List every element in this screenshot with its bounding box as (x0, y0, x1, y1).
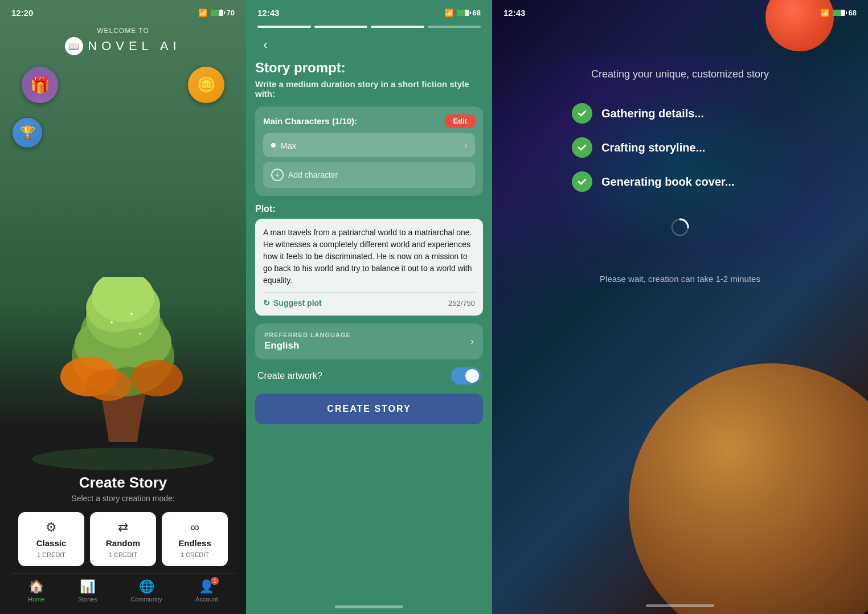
gift-icon[interactable]: 🎁 (22, 67, 58, 103)
plot-box: A man travels from a patriarchal world t… (255, 219, 483, 316)
battery-pct-panel1: 70 (227, 9, 235, 17)
prog-seg-3 (371, 26, 424, 28)
classic-mode-icon: ⚙ (46, 520, 57, 535)
home-tab-icon: 🏠 (28, 579, 44, 594)
lang-label: PREFERRED LANGUAGE (264, 331, 351, 338)
checkmark-icon (576, 108, 588, 119)
logo-text: NOVEL AI (88, 39, 181, 54)
plot-footer: ↻ Suggest plot 252/750 (263, 292, 475, 308)
endless-mode-icon: ∞ (190, 520, 199, 535)
mode-cards-container: ⚙ Classic 1 CREDIT ⇄ Random 1 CREDIT ∞ E… (11, 512, 235, 566)
create-story-sub: Select a story creation mode: (11, 494, 235, 503)
stories-tab-label: Stories (78, 596, 97, 603)
random-mode-icon: ⇄ (118, 520, 128, 535)
tab-community[interactable]: 🌐 Community (130, 579, 162, 603)
char-count: 252/750 (448, 299, 475, 308)
wifi-icon-p2: 📶 (444, 9, 453, 17)
back-button[interactable]: ‹ (255, 35, 276, 55)
battery-fill-panel1 (211, 10, 219, 16)
random-mode-name: Random (106, 538, 140, 548)
refresh-icon: ↻ (263, 298, 270, 308)
tab-home[interactable]: 🏠 Home (28, 579, 44, 603)
form-content: Story prompt: Write a medium duration st… (246, 60, 492, 605)
battery-fill-panel2 (457, 10, 465, 16)
character-item-max[interactable]: Max › (263, 133, 475, 157)
loading-spinner (670, 217, 690, 238)
coin-icon[interactable]: 🪙 (188, 67, 224, 103)
characters-title: Main Characters (1/10): (263, 116, 357, 126)
svg-point-13 (130, 313, 133, 315)
artwork-label: Create artwork? (257, 371, 322, 381)
trophy-icon[interactable]: 🏆 (13, 118, 42, 148)
tab-account[interactable]: 👤 1 Account (195, 579, 218, 603)
svg-point-0 (32, 448, 214, 470)
generating-content: Creating your unique, customized story G… (492, 0, 868, 614)
spinner-area (670, 217, 690, 240)
tab-stories[interactable]: 📊 Stories (78, 579, 97, 603)
prog-seg-1 (257, 26, 311, 28)
artwork-toggle[interactable] (451, 367, 481, 384)
svg-point-11 (86, 369, 132, 401)
battery-pct-panel2: 68 (473, 9, 481, 17)
home-indicator-p3 (646, 604, 714, 607)
creating-text: Creating your unique, customized story (591, 68, 769, 80)
tab-bar: 🏠 Home 📊 Stories 🌐 Community 👤 1 Account (11, 573, 235, 614)
account-badge: 1 (211, 577, 219, 585)
bottom-section: Create Story Select a story creation mod… (0, 465, 246, 614)
lang-arrow-icon: › (470, 335, 474, 347)
wifi-icon: 📶 (198, 9, 207, 17)
characters-header: Main Characters (1/10): Edit (263, 114, 475, 128)
mode-card-random[interactable]: ⇄ Random 1 CREDIT (90, 512, 156, 566)
checkmark-icon-2 (576, 142, 588, 153)
battery-icon-panel1 (211, 10, 223, 16)
plot-section: Plot: A man travels from a patriarchal w… (255, 204, 483, 316)
statusbar-panel2: 12:43 📶 68 (246, 0, 492, 21)
step-crafting-label: Crafting storyline... (601, 141, 705, 154)
community-tab-icon: 🌐 (139, 579, 154, 594)
time-panel2: 12:43 (257, 8, 279, 18)
welcome-text: WELCOME TO (65, 27, 181, 35)
statusbar-right-panel1: 📶 70 (198, 9, 235, 17)
story-prompt-sub: Write a medium duration story in a short… (255, 79, 483, 99)
story-prompt-title: Story prompt: (255, 60, 483, 76)
mode-card-classic[interactable]: ⚙ Classic 1 CREDIT (18, 512, 84, 566)
step-crafting: Crafting storyline... (572, 137, 788, 158)
char-name-text: Max (280, 141, 296, 150)
characters-section: Main Characters (1/10): Edit Max › + Add… (255, 107, 483, 196)
step-generating-label: Generating book cover... (601, 175, 734, 189)
add-char-text: Add character (288, 170, 338, 179)
add-character-button[interactable]: + Add character (263, 162, 475, 188)
step-generating-icon (572, 171, 592, 192)
step-gathering-label: Gathering details... (601, 107, 704, 120)
lang-left: PREFERRED LANGUAGE English (264, 331, 351, 351)
char-arrow-icon: › (464, 140, 467, 150)
account-tab-label: Account (195, 596, 218, 603)
panel-story-form: 12:43 📶 68 ‹ Story prompt: Write a mediu… (246, 0, 492, 614)
endless-mode-credit: 1 CREDIT (181, 551, 209, 558)
create-story-button[interactable]: CREATE STORY (255, 394, 483, 424)
stories-tab-icon: 📊 (80, 579, 95, 594)
panel-create-story: 12:20 📶 70 WELCOME TO 📖 NOVEL AI 🎁 🪙 🏆 (0, 0, 246, 614)
language-selector[interactable]: PREFERRED LANGUAGE English › (255, 324, 483, 359)
prog-seg-2 (314, 26, 368, 28)
endless-mode-name: Endless (178, 538, 211, 548)
time-panel1: 12:20 (11, 8, 33, 18)
svg-point-10 (132, 360, 183, 396)
suggest-plot-button[interactable]: ↻ Suggest plot (263, 298, 322, 308)
mode-card-endless[interactable]: ∞ Endless 1 CREDIT (162, 512, 228, 566)
lang-value: English (264, 340, 351, 351)
progress-bar (246, 21, 492, 32)
artwork-row: Create artwork? (255, 367, 483, 384)
book-logo-icon: 📖 (65, 37, 83, 55)
panel-generating: ✳ ✦ ✦ 12:43 📶 68 Creating your unique, c… (492, 0, 868, 614)
tree-illustration (26, 277, 220, 470)
statusbar-panel1: 12:20 📶 70 (0, 0, 246, 21)
step-gathering-icon (572, 103, 592, 124)
edit-characters-button[interactable]: Edit (445, 114, 475, 128)
classic-mode-name: Classic (36, 538, 67, 548)
checkmark-icon-3 (576, 176, 588, 187)
generation-steps: Gathering details... Crafting storyline.… (572, 103, 788, 206)
home-tab-label: Home (28, 596, 44, 603)
logo-row: 📖 NOVEL AI (65, 37, 181, 55)
create-story-title: Create Story (11, 474, 235, 492)
